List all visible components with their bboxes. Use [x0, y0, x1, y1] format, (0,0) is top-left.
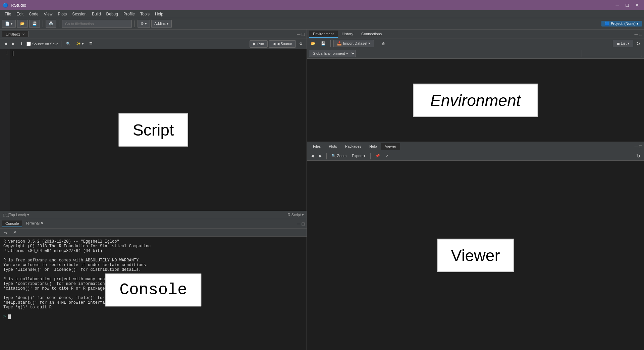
source-on-save-checkbox[interactable] [26, 42, 31, 46]
go-to-input[interactable] [62, 20, 132, 28]
menu-help[interactable]: Help [152, 11, 166, 17]
workspace-btn[interactable]: ⚙ ▾ [138, 20, 150, 28]
save-file-btn[interactable]: 💾 [29, 20, 40, 28]
script-overlay-label: Script [119, 113, 188, 147]
cursor-blink [8, 314, 11, 319]
new-file-btn[interactable]: 📄 ▾ [2, 20, 16, 28]
fwd-btn[interactable]: ▶ [10, 41, 17, 47]
env-load-btn[interactable]: 📂 [309, 41, 318, 46]
menu-debug[interactable]: Debug [104, 11, 121, 17]
viewer-fwd-btn[interactable]: ▶ [317, 153, 324, 159]
console-clear-btn[interactable]: ↗ [11, 230, 18, 235]
tab-help[interactable]: Help [365, 143, 381, 150]
warranty-3: Type 'license()' or 'licence()' for dist… [3, 267, 303, 272]
menu-session[interactable]: Session [69, 11, 89, 17]
viewer-refresh-btn[interactable]: ↻ [635, 153, 642, 159]
viewer-minimize-icon[interactable]: ─ [635, 144, 638, 149]
env-content: Environment is empty Environment [307, 59, 644, 142]
env-search-input[interactable] [582, 50, 642, 57]
console-overlay-label: Console [105, 273, 201, 306]
open-file-btn[interactable]: 📂 [17, 20, 28, 28]
tab-console[interactable]: Console [2, 220, 22, 227]
menu-plots[interactable]: Plots [55, 11, 70, 17]
script-panel: Untitled1 ✕ ─ □ ◀ ▶ ⬆ Source on S [0, 30, 307, 219]
minimize-btn[interactable]: ─ [614, 2, 621, 8]
app-title: RStudio [11, 3, 26, 8]
close-btn[interactable]: ✕ [633, 2, 641, 8]
titlebar: 🔵 RStudio ─ □ ✕ [0, 0, 644, 10]
more-btn[interactable]: ⚙ [297, 41, 305, 47]
menu-build[interactable]: Build [89, 11, 104, 17]
app-icon: 🔵 [3, 3, 8, 8]
viewer-pin-btn[interactable]: 📌 [373, 153, 382, 159]
script-maximize-icon[interactable]: □ [302, 32, 305, 37]
tab-history[interactable]: History [338, 31, 357, 38]
console-back-btn[interactable]: ~/ [2, 230, 9, 235]
env-refresh-btn[interactable]: ↻ [635, 40, 642, 47]
console-toolbar: ~/ ↗ [0, 229, 307, 237]
env-selector-bar: Global Environment ▾ [307, 48, 644, 59]
script-tab-label: Untitled1 [6, 32, 20, 36]
tab-connections[interactable]: Connections [357, 31, 386, 38]
menu-view[interactable]: View [41, 11, 55, 17]
viewer-tabbar: Files Plots Packages Help Viewer ─ □ [307, 142, 644, 151]
viewer-export-btn[interactable]: Export ▾ [350, 153, 368, 159]
tab-files[interactable]: Files [309, 143, 325, 150]
script-minimize-icon[interactable]: ─ [297, 32, 301, 37]
project-icon: 🟦 [605, 21, 609, 26]
viewer-sep2 [370, 153, 371, 159]
back-btn[interactable]: ◀ [2, 41, 9, 47]
console-minimize-icon[interactable]: ─ [297, 221, 301, 227]
viewer-zoom-btn[interactable]: 🔍 Zoom [329, 153, 348, 159]
console-maximize-icon[interactable]: □ [302, 221, 305, 227]
env-sep2 [377, 40, 377, 47]
tab-viewer[interactable]: Viewer [381, 143, 400, 150]
viewer-back-btn[interactable]: ◀ [309, 153, 316, 159]
global-env-select[interactable]: Global Environment ▾ [309, 50, 356, 57]
left-panel: Untitled1 ✕ ─ □ ◀ ▶ ⬆ Source on S [0, 30, 307, 350]
context-selector[interactable]: (Top Level) ▾ [8, 213, 29, 217]
search-btn[interactable]: 🔍 [64, 41, 73, 47]
clear-console-btn[interactable]: 🗑 [380, 41, 387, 46]
import-dataset-btn[interactable]: 📥 Import Dataset ▾ [333, 40, 374, 47]
tab-plots[interactable]: Plots [325, 143, 341, 150]
tab-packages[interactable]: Packages [341, 143, 365, 150]
env-sep [330, 40, 331, 47]
magic-btn[interactable]: ✨ ▾ [74, 41, 86, 47]
viewer-panel: Files Plots Packages Help Viewer ─ □ ◀ ▶… [307, 142, 644, 350]
script-tab-untitled1[interactable]: Untitled1 ✕ [2, 31, 29, 37]
script-tab-close[interactable]: ✕ [22, 33, 25, 36]
project-badge[interactable]: 🟦 Project: (None) ▾ [601, 21, 642, 27]
script-sep [61, 41, 61, 47]
run-btn[interactable]: ▶ Run [250, 40, 268, 48]
tab-environment[interactable]: Environment [309, 31, 338, 38]
menu-code[interactable]: Code [26, 11, 41, 17]
viewer-overlay-label: Viewer [437, 239, 514, 272]
outline-btn[interactable]: ☰ [87, 41, 95, 47]
menu-file[interactable]: File [2, 11, 14, 17]
env-maximize-icon[interactable]: □ [639, 32, 642, 37]
source-run-icon: ◀ [273, 42, 275, 46]
source-btn[interactable]: ⬆ [18, 41, 25, 47]
console-prompt-line[interactable]: > [3, 314, 303, 319]
menu-profile[interactable]: Profile [121, 11, 138, 17]
tab-terminal[interactable]: Terminal ✕ [22, 220, 47, 227]
menu-tools[interactable]: Tools [138, 11, 152, 17]
env-save-btn[interactable]: 💾 [319, 41, 328, 46]
menu-edit[interactable]: Edit [14, 11, 26, 17]
maximize-btn[interactable]: □ [624, 2, 631, 8]
console-content[interactable]: R version 3.5.2 (2018-12-20) -- "Eggshel… [0, 237, 307, 350]
blank-1 [3, 253, 303, 258]
list-btn[interactable]: ☰ List ▾ [613, 40, 633, 47]
viewer-toolbar: ◀ ▶ 🔍 Zoom Export ▾ 📌 ↗ ↻ [307, 151, 644, 161]
viewer-browser-btn[interactable]: ↗ [383, 153, 390, 159]
env-minimize-icon[interactable]: ─ [635, 32, 638, 37]
viewer-maximize-icon[interactable]: □ [639, 144, 642, 149]
source-on-save-label[interactable]: Source on Save [26, 42, 58, 46]
addins-btn[interactable]: Addins ▾ [151, 20, 172, 28]
menubar: File Edit Code View Plots Session Build … [0, 10, 644, 18]
print-btn[interactable]: 🖨️ [46, 20, 56, 28]
line-numbers: 1 [0, 49, 10, 211]
source-run-btn[interactable]: ◀ ◀ Source [269, 40, 296, 48]
r-script-label[interactable]: R Script ▾ [288, 213, 304, 217]
